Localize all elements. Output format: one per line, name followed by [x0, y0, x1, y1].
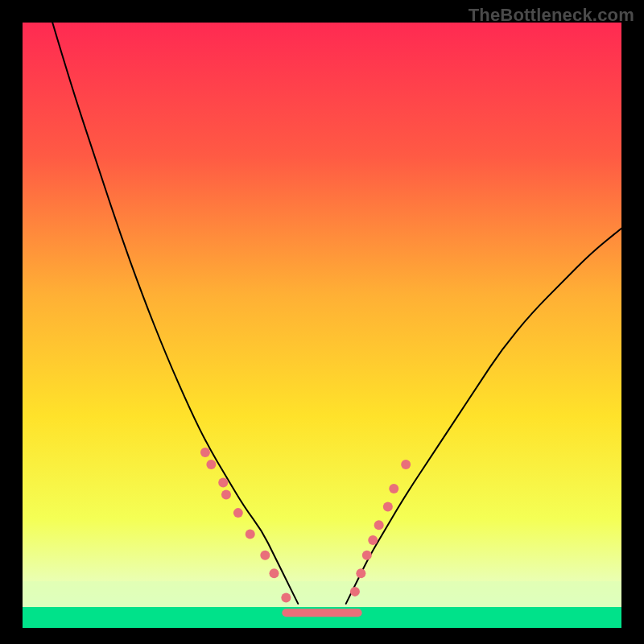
plot-area: [23, 23, 621, 628]
bottleneck-chart: [0, 0, 644, 644]
data-marker: [260, 551, 270, 560]
data-marker: [269, 568, 279, 578]
pale-band: [23, 581, 621, 607]
data-marker: [218, 478, 228, 488]
data-marker: [233, 508, 243, 518]
data-marker: [221, 490, 231, 500]
data-marker: [368, 535, 378, 545]
plot-background-gradient: [23, 23, 621, 628]
data-marker: [383, 502, 393, 512]
data-marker: [401, 460, 411, 469]
watermark-text: TheBottleneck.com: [469, 5, 634, 26]
data-marker: [374, 520, 384, 530]
data-marker: [246, 529, 255, 539]
data-marker: [350, 587, 360, 597]
data-marker: [389, 484, 398, 493]
data-marker: [362, 551, 372, 560]
data-marker: [356, 568, 365, 578]
chart-stage: TheBottleneck.com: [0, 0, 644, 644]
data-marker: [206, 460, 216, 469]
data-marker: [200, 448, 210, 457]
data-marker: [281, 592, 291, 602]
